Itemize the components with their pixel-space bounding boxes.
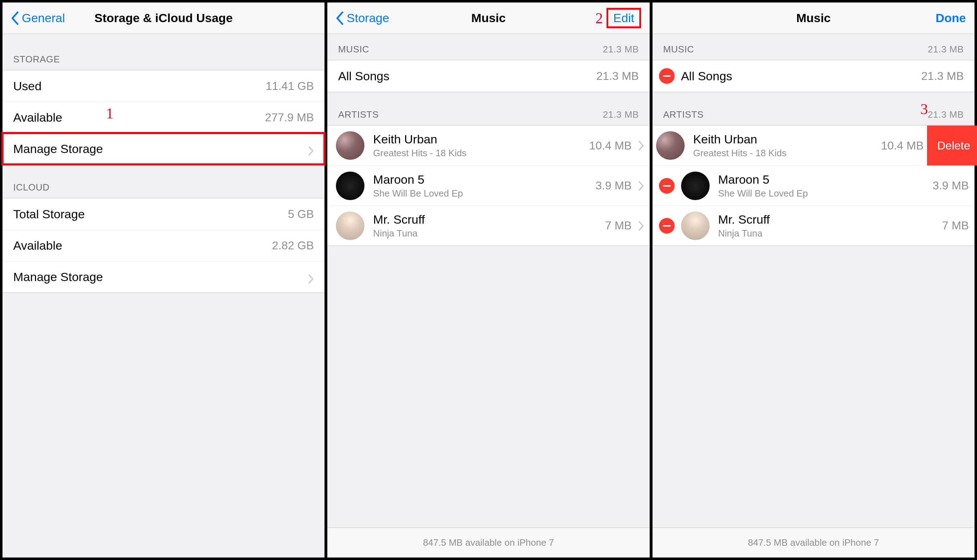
delete-minus-icon[interactable] bbox=[659, 68, 675, 84]
back-label: Storage bbox=[347, 11, 389, 25]
navbar: General Storage & iCloud Usage bbox=[2, 2, 324, 34]
panel-music-edit: Music Done MUSIC 21.3 MB All Songs 21.3 … bbox=[652, 2, 975, 558]
artist-size: 7 MB bbox=[605, 219, 632, 232]
chevron-right-icon bbox=[308, 145, 314, 154]
chevron-right-icon bbox=[308, 273, 314, 282]
row-label: Used bbox=[13, 79, 266, 93]
section-header-size: 21.3 MB bbox=[603, 109, 639, 120]
artist-row[interactable]: Maroon 5 She Will Be Loved Ep 3.9 MB bbox=[327, 165, 649, 205]
chevron-right-icon bbox=[638, 141, 644, 150]
row-label: Total Storage bbox=[13, 207, 288, 221]
footer-storage-available: 847.5 MB available on iPhone 7 bbox=[327, 528, 649, 558]
three-panel-tutorial: General Storage & iCloud Usage STORAGE U… bbox=[0, 0, 977, 560]
delete-minus-icon[interactable] bbox=[659, 178, 675, 194]
edit-label: Edit bbox=[613, 11, 634, 25]
done-button[interactable]: Done bbox=[935, 11, 966, 25]
annotation-1: 1 bbox=[106, 105, 114, 122]
empty-space bbox=[327, 246, 649, 528]
group-storage: Used 11.41 GB Available 277.9 MB 1 Manag… bbox=[2, 70, 324, 165]
section-header-label: ARTISTS bbox=[663, 109, 704, 120]
row-label: All Songs bbox=[681, 69, 921, 83]
section-header-label: MUSIC bbox=[663, 44, 694, 55]
navbar: Music Done bbox=[653, 2, 975, 34]
empty-space bbox=[653, 246, 975, 528]
section-header-label: MUSIC bbox=[338, 44, 369, 55]
annotation-2: 2 bbox=[595, 10, 603, 27]
section-header-music: MUSIC 21.3 MB bbox=[327, 34, 649, 60]
artist-name: Mr. Scruff bbox=[718, 213, 942, 227]
artist-album: Ninja Tuna bbox=[718, 228, 942, 239]
delete-button[interactable]: Delete bbox=[927, 125, 977, 165]
row-value: 5 GB bbox=[288, 208, 314, 221]
navbar: Storage Music 2 Edit bbox=[327, 2, 649, 34]
artist-avatar bbox=[336, 131, 364, 160]
group-all-songs: All Songs 21.3 MB bbox=[327, 60, 649, 92]
artist-row-edit[interactable]: Maroon 5 She Will Be Loved Ep 3.9 MB bbox=[653, 165, 975, 205]
artist-text: Keith Urban Greatest Hits - 18 Kids bbox=[693, 132, 881, 159]
row-value: 21.3 MB bbox=[921, 70, 964, 83]
section-header-music: MUSIC 21.3 MB bbox=[653, 34, 975, 60]
artist-name: Mr. Scruff bbox=[373, 213, 605, 227]
artist-row-swiped[interactable]: Keith Urban Greatest Hits - 18 Kids 10.4… bbox=[653, 125, 975, 165]
back-button[interactable]: General bbox=[11, 11, 65, 25]
artist-album: Ninja Tuna bbox=[373, 228, 605, 239]
group-all-songs: All Songs 21.3 MB bbox=[653, 60, 975, 92]
section-header-icloud: ICLOUD bbox=[2, 165, 324, 198]
chevron-left-icon bbox=[336, 12, 344, 25]
group-icloud: Total Storage 5 GB Available 2.82 GB Man… bbox=[2, 198, 324, 293]
row-label: All Songs bbox=[338, 69, 596, 83]
section-header-storage: STORAGE bbox=[2, 34, 324, 70]
artist-size: 3.9 MB bbox=[595, 179, 631, 192]
artist-avatar bbox=[336, 212, 364, 240]
artist-row-edit[interactable]: Mr. Scruff Ninja Tuna 7 MB bbox=[653, 205, 975, 245]
artist-avatar bbox=[681, 172, 710, 200]
nav-title: Music bbox=[797, 11, 831, 25]
delete-minus-icon[interactable] bbox=[659, 218, 675, 233]
section-header-label: STORAGE bbox=[13, 54, 60, 65]
edit-button-container: 2 Edit bbox=[595, 8, 641, 28]
section-header-size: 21.3 MB bbox=[603, 44, 639, 55]
section-header-size: 21.3 MB bbox=[928, 44, 964, 55]
row-value: 277.9 MB bbox=[265, 111, 314, 124]
artist-text: Maroon 5 She Will Be Loved Ep bbox=[718, 173, 933, 199]
row-icloud-manage[interactable]: Manage Storage bbox=[2, 261, 324, 292]
row-value: 21.3 MB bbox=[596, 70, 639, 83]
section-header-artists: ARTISTS 21.3 MB 3 bbox=[653, 92, 975, 125]
section-header-label: ICLOUD bbox=[13, 182, 50, 193]
artist-album: She Will Be Loved Ep bbox=[373, 188, 595, 199]
nav-title: Storage & iCloud Usage bbox=[95, 11, 233, 25]
back-button[interactable]: Storage bbox=[336, 11, 389, 25]
row-icloud-available: Available 2.82 GB bbox=[2, 230, 324, 261]
artist-avatar bbox=[681, 212, 710, 240]
artist-size: 3.9 MB bbox=[933, 179, 969, 192]
artist-size: 10.4 MB bbox=[589, 139, 631, 152]
footer-storage-available: 847.5 MB available on iPhone 7 bbox=[653, 528, 975, 558]
done-label: Done bbox=[935, 11, 966, 25]
row-manage-storage[interactable]: Manage Storage bbox=[2, 133, 324, 165]
row-value: 2.82 GB bbox=[272, 239, 314, 252]
artist-text: Maroon 5 She Will Be Loved Ep bbox=[373, 173, 595, 199]
chevron-left-icon bbox=[11, 12, 19, 25]
artist-name: Maroon 5 bbox=[373, 173, 595, 187]
artist-album: She Will Be Loved Ep bbox=[718, 188, 933, 199]
edit-button[interactable]: Edit bbox=[606, 8, 641, 28]
row-all-songs-edit[interactable]: All Songs 21.3 MB bbox=[653, 60, 975, 92]
row-available: Available 277.9 MB 1 bbox=[2, 102, 324, 133]
artist-text: Mr. Scruff Ninja Tuna bbox=[718, 213, 942, 239]
row-label: Available bbox=[13, 238, 272, 253]
annotation-3: 3 bbox=[920, 101, 928, 118]
artist-name: Keith Urban bbox=[693, 132, 881, 146]
delete-label: Delete bbox=[937, 139, 970, 152]
panel-storage-usage: General Storage & iCloud Usage STORAGE U… bbox=[2, 2, 325, 558]
group-artists-edit: Keith Urban Greatest Hits - 18 Kids 10.4… bbox=[653, 125, 975, 246]
section-header-label: ARTISTS bbox=[338, 109, 379, 120]
section-header-size: 21.3 MB bbox=[928, 109, 964, 120]
artist-row[interactable]: Mr. Scruff Ninja Tuna 7 MB bbox=[327, 205, 649, 245]
row-all-songs[interactable]: All Songs 21.3 MB bbox=[327, 60, 649, 92]
chevron-right-icon bbox=[638, 181, 644, 190]
chevron-right-icon bbox=[638, 221, 644, 230]
row-used: Used 11.41 GB bbox=[2, 70, 324, 102]
nav-title: Music bbox=[471, 11, 506, 25]
artist-row[interactable]: Keith Urban Greatest Hits - 18 Kids 10.4… bbox=[327, 125, 649, 165]
artist-avatar bbox=[336, 172, 364, 200]
